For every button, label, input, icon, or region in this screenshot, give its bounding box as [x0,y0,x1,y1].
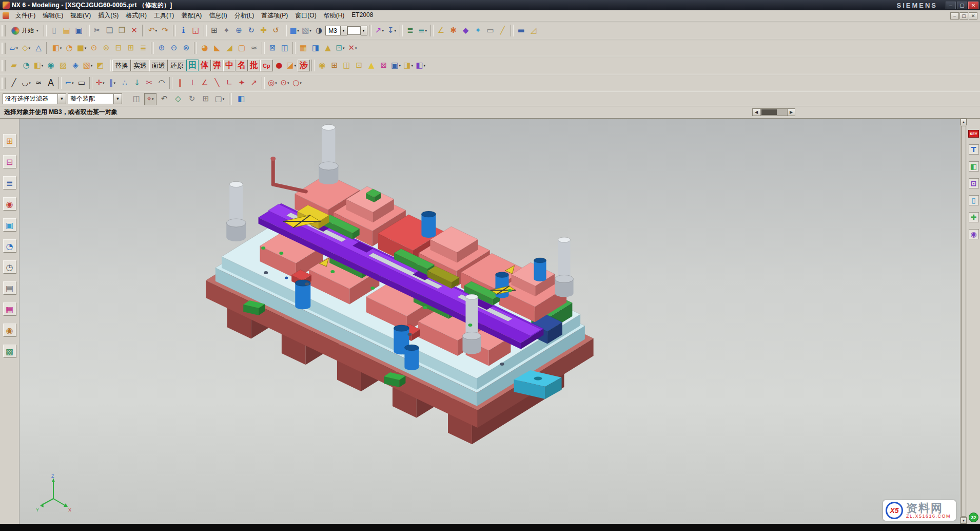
undo-selection-icon[interactable]: ↶ [158,93,170,105]
bounding-box-icon[interactable]: ▭ [484,25,497,37]
trim-body-icon[interactable]: ⊠ [266,42,279,54]
capture-icon[interactable]: ◱ [190,25,202,37]
scroll-up-icon[interactable]: ▲ [961,119,967,125]
color-swatch[interactable]: ▾ [347,26,367,35]
datum-plane-icon[interactable]: ◇▾ [20,42,32,54]
move-object-icon[interactable]: ↗▾ [374,25,386,37]
select-crosshair-icon[interactable]: ⌖▾ [144,93,156,105]
pattern-feature-icon[interactable]: ▦ [297,42,309,54]
info-icon[interactable]: ℹ [178,25,190,37]
start-button[interactable]: 开始▾ [8,25,42,36]
menu-file[interactable]: 文件(F) [12,10,39,22]
menu-insert[interactable]: 插入(S) [94,10,122,22]
save-icon[interactable]: ▣ [73,25,85,37]
marquee-select-icon[interactable]: ▢▾ [213,93,226,105]
fillet-icon[interactable]: ◠ [155,77,168,89]
through-curves-icon[interactable]: ▰ [8,60,20,72]
zoom-icon[interactable]: ⊕ [233,25,245,37]
menu-tools[interactable]: 工具(T) [150,10,178,22]
render-style-icon[interactable]: ◑ [313,25,325,37]
diagonal-measure-icon[interactable]: ╱ [497,25,509,37]
sphere-icon[interactable]: ◉ [45,60,57,72]
cue-scrollbar[interactable]: ◀ ▶ [752,108,795,116]
extrude-icon[interactable]: ◧▾ [51,42,63,54]
trimmed-sheet-icon[interactable]: ◩ [94,60,106,72]
name-button[interactable]: 名 [236,60,248,71]
split-face-icon[interactable]: ◫ [341,60,353,72]
point-set-icon[interactable]: ◆ [460,25,472,37]
restore-button[interactable]: 还原 [168,60,186,71]
assembly-navigator-icon[interactable]: ⊞ [3,134,16,147]
constraint-midpoint-icon[interactable]: ✦ [236,77,248,89]
pan-mode-icon[interactable]: ⊞ [200,93,212,105]
3d-model-canvas[interactable] [19,119,960,524]
maximize-button[interactable]: ▢ [957,2,967,9]
selection-scope-combo[interactable]: 整个装配▼ [68,93,122,104]
profile-icon[interactable]: ⌐▾ [63,77,75,89]
key-button[interactable]: KEY [968,130,978,138]
vertical-scrollbar[interactable]: ▲ ▼ [960,119,967,524]
batch-button[interactable]: 批 [248,60,260,71]
project-curve-icon[interactable]: ↓ [131,77,143,89]
measure-angle-icon[interactable]: ∠ [435,25,447,37]
iso-view-icon[interactable]: ◇ [172,93,184,105]
m3-layer-box[interactable]: M3▾ [325,26,347,35]
selection-filter-combo[interactable]: 没有选择过滤器▼ [3,93,66,104]
body-button[interactable]: 体 [199,60,211,71]
cp-button[interactable]: Cp [260,60,273,71]
ball-set-icon[interactable]: ◉ [969,229,979,239]
menu-assemblies[interactable]: 装配(A) [178,10,205,22]
spring-button[interactable]: 弹 [211,60,223,71]
subtract-icon[interactable]: ⊖ [168,42,180,54]
trim-curve-icon[interactable]: ✂ [143,77,155,89]
x-form-icon[interactable]: ⊠ [378,60,390,72]
section-view-icon[interactable]: ≡▾ [417,25,429,37]
mdi-close-button[interactable]: ✕ [969,12,977,20]
scroll-thumb[interactable] [761,109,777,115]
pattern-curve-icon[interactable]: ∴ [119,77,131,89]
text-icon[interactable]: A [45,77,57,89]
find-icon[interactable]: ⌖ [221,25,233,37]
new-icon[interactable]: ▯ [48,25,61,37]
more-feature-icon[interactable]: ✕▾ [346,42,359,54]
emboss-icon[interactable]: ≣ [137,42,149,54]
conic-icon[interactable]: ○▾ [291,77,303,89]
minimize-button[interactable]: – [946,2,956,9]
constraint-fix-icon[interactable]: ∟ [223,77,236,89]
pan-icon[interactable]: ✚ [258,25,270,37]
solid-transparent-button[interactable]: 实透 [131,60,149,71]
pad-icon[interactable]: ⊞ [125,42,137,54]
replace-button[interactable]: 替换 [112,60,131,71]
constraint-angle-icon[interactable]: ∠ [199,77,211,89]
rectangle-icon[interactable]: ▭ [75,77,88,89]
wireframe-view-icon[interactable]: ▧▾ [301,25,313,37]
pocket-icon[interactable]: ⊟ [112,42,125,54]
wrap-geometry-icon[interactable]: ▲ [365,60,378,72]
mold-tool-icon[interactable]: ⊡ [969,178,979,188]
swept-icon[interactable]: ◔ [20,60,32,72]
history-icon[interactable]: ◷ [3,260,16,274]
copy-icon[interactable]: ❏ [104,25,116,37]
menu-view[interactable]: 视图(V) [67,10,94,22]
system-materials-icon[interactable]: ▤ [3,281,16,295]
process-studio-icon[interactable]: ▦ [3,302,16,316]
join-face-icon[interactable]: ⊡ [353,60,365,72]
hole-icon[interactable]: ⊙ [88,42,100,54]
ruler-icon[interactable]: ▬ [515,25,527,37]
offset-surface-icon[interactable]: ▧▾ [82,60,94,72]
object-list-icon[interactable]: ≣ [404,25,417,37]
thread-icon[interactable]: ≈ [248,42,260,54]
web-browser-icon[interactable]: ◔ [3,239,16,253]
zoom-window-icon[interactable]: ⊞ [208,25,221,37]
work-cube-icon[interactable]: ◧ [235,93,247,105]
redo-icon[interactable]: ↷ [159,25,171,37]
menu-format[interactable]: 格式(R) [122,10,150,22]
tian-grid-button[interactable]: 田 [186,60,199,71]
constraint-tangent-icon[interactable]: ╲ [211,77,223,89]
sketch-icon[interactable]: △ [32,42,45,54]
chamfer-icon[interactable]: ◣ [211,42,223,54]
point-icon[interactable]: ✛▾ [94,77,106,89]
face-transparent-button[interactable]: 面透 [149,60,168,71]
close-button[interactable]: ✕ [968,2,978,9]
hd3d-tools-icon[interactable]: ▣ [3,218,16,232]
